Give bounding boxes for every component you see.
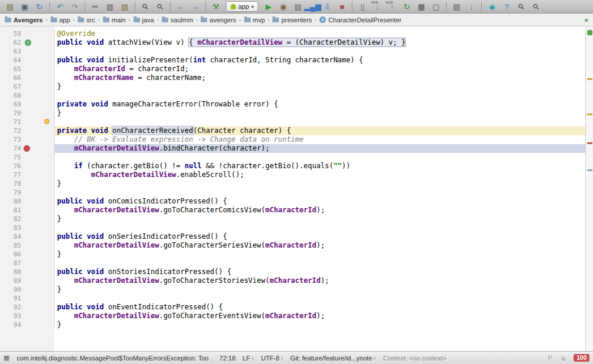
gutter[interactable]: 80 <box>0 197 55 206</box>
code-line[interactable]: 76 if (character.getBio() != null && !ch… <box>0 162 585 171</box>
breakpoint-icon[interactable] <box>24 145 30 152</box>
stripe-mark[interactable] <box>587 142 592 144</box>
code-line[interactable]: 78} <box>0 179 585 188</box>
gutter[interactable]: 78 <box>0 179 55 188</box>
gutter[interactable]: 93 <box>0 312 55 320</box>
code-line[interactable]: 91 <box>0 294 585 303</box>
code-line[interactable]: 63 <box>0 47 585 56</box>
gutter[interactable]: 75 <box>0 153 55 162</box>
open-icon[interactable]: ▤ <box>3 1 17 12</box>
highlighting-level-icon[interactable]: ☺ <box>560 355 567 362</box>
gutter[interactable]: 73 <box>0 135 55 144</box>
build-variants-icon[interactable]: ▤ <box>449 1 464 12</box>
code-line[interactable]: 59@Override <box>0 29 585 38</box>
download-icon[interactable]: ↓ <box>464 1 478 12</box>
breadcrumb-item[interactable]: main <box>103 16 126 24</box>
gutter[interactable]: 67 <box>0 82 55 91</box>
device-manager-icon[interactable]: ▯ <box>355 1 369 12</box>
toolwindow-switcher-icon[interactable]: ▦ <box>4 354 9 362</box>
gutter[interactable]: 81 <box>0 206 55 215</box>
inspections-indicator[interactable] <box>587 30 592 35</box>
code-line[interactable]: 73 // BK -> Evaluate expression -> Chang… <box>0 135 585 144</box>
attach-debugger-icon[interactable]: ⇩ <box>320 1 334 12</box>
code-line[interactable]: 66 mCharacterName = characterName; <box>0 74 585 82</box>
profiler-icon[interactable]: ▂▄▆ <box>305 1 319 12</box>
context-widget[interactable]: Context: <no context> <box>383 355 447 362</box>
code-line[interactable]: 77 mCharacterDetailView.enableScroll(); <box>0 171 585 179</box>
gutter[interactable]: 65 <box>0 65 55 74</box>
help-icon[interactable]: ? <box>499 1 514 12</box>
code-line[interactable]: 62↑public void attachView(View v) { mCha… <box>0 38 585 47</box>
run-icon[interactable]: ▶ <box>261 1 275 12</box>
project-structure-icon[interactable]: ▢ <box>429 1 443 12</box>
paste-icon[interactable]: ▨ <box>118 1 132 12</box>
debug-icon[interactable]: ◉ <box>276 1 290 12</box>
code-line[interactable]: 88public void onStoriesIndicatorPressed(… <box>0 268 585 276</box>
gutter[interactable]: 89 <box>0 276 55 285</box>
gutter[interactable]: 63 <box>0 47 55 56</box>
chevron-right-icon[interactable]: » <box>584 16 588 24</box>
code-line[interactable]: 64public void initializePresenter(int ch… <box>0 56 585 65</box>
gutter[interactable]: 82 <box>0 215 55 223</box>
status-message[interactable]: com.intellij.diagnostic.MessagePool$TooM… <box>16 355 212 362</box>
gutter[interactable]: 72 <box>0 126 55 135</box>
code-line[interactable]: 75 <box>0 153 585 162</box>
sync-icon[interactable]: ↻ <box>32 1 46 12</box>
breadcrumb-item[interactable]: CCharacterDetailPresenter <box>319 16 401 24</box>
gutter[interactable]: 68 <box>0 91 55 100</box>
gutter[interactable]: 86 <box>0 250 55 259</box>
breadcrumb-item[interactable]: avengers <box>201 16 236 24</box>
code-line[interactable]: 89 mCharacterDetailView.goToCharacterSto… <box>0 276 585 285</box>
stop-icon[interactable]: ■ <box>335 1 349 12</box>
save-icon[interactable]: ▣ <box>18 1 32 12</box>
gutter[interactable]: 90 <box>0 285 55 294</box>
gutter[interactable]: 87 <box>0 259 55 268</box>
gutter[interactable]: 69 <box>0 100 55 109</box>
gutter[interactable]: 88 <box>0 268 55 276</box>
gutter[interactable]: 92 <box>0 303 55 312</box>
code-line[interactable]: 69private void manageCharacterError(Thro… <box>0 100 585 109</box>
undo-icon[interactable]: ↶ <box>53 1 67 12</box>
gutter[interactable]: 71 <box>0 118 55 126</box>
stripe-mark[interactable] <box>587 169 592 171</box>
cut-icon[interactable]: ✂ <box>88 1 102 12</box>
code-line[interactable]: 85 mCharacterDetailView.goToCharacterSer… <box>0 241 585 250</box>
code-line[interactable]: 94} <box>0 320 585 329</box>
vcs-commit-icon[interactable]: VCS↑ <box>385 1 399 12</box>
gutter[interactable]: 83 <box>0 223 55 232</box>
breadcrumb-item[interactable]: presenters <box>272 16 312 24</box>
gutter[interactable]: 76 <box>0 162 55 171</box>
forward-icon[interactable]: → <box>188 1 202 12</box>
gutter[interactable]: 59 <box>0 29 55 38</box>
gutter[interactable]: 84 <box>0 232 55 241</box>
gutter[interactable]: 74 <box>0 144 55 153</box>
sdk-manager-icon[interactable]: ▦ <box>414 1 428 12</box>
line-ending-widget[interactable]: LF ↕ <box>242 355 254 362</box>
breadcrumb-item[interactable]: java <box>134 16 154 24</box>
code-line[interactable]: 90} <box>0 285 585 294</box>
code-line[interactable]: 92public void onEventIndicatorPressed() … <box>0 303 585 312</box>
code-line[interactable]: 72private void onCharacterReceived(Chara… <box>0 126 585 135</box>
coverage-icon[interactable]: ▧ <box>291 1 305 12</box>
gutter[interactable]: 66 <box>0 74 55 82</box>
flag-icon[interactable]: ⚐ <box>547 354 553 362</box>
code-line[interactable]: 68 <box>0 91 585 100</box>
error-stripe[interactable] <box>585 26 593 351</box>
stripe-mark[interactable] <box>587 113 592 115</box>
stripe-mark[interactable] <box>587 78 592 80</box>
error-count-badge[interactable]: 100 <box>574 354 589 362</box>
code-line[interactable]: 86} <box>0 250 585 259</box>
compile-icon[interactable]: ⚒ <box>209 1 223 12</box>
copy-icon[interactable]: ▥ <box>103 1 117 12</box>
breadcrumb-item[interactable]: src <box>78 16 95 24</box>
code-line[interactable]: 70} <box>0 109 585 118</box>
gutter[interactable]: 91 <box>0 294 55 303</box>
code-line[interactable]: 80public void onComicsIndicatorPressed()… <box>0 197 585 206</box>
back-icon[interactable]: ← <box>174 1 188 12</box>
code-line[interactable]: 81 mCharacterDetailView.goToCharacterCom… <box>0 206 585 215</box>
caret-position-widget[interactable]: 72:18 <box>219 355 236 362</box>
gutter[interactable]: 62↑ <box>0 38 55 47</box>
gutter[interactable]: 94 <box>0 320 55 329</box>
breadcrumb-item[interactable]: saulmm <box>162 16 194 24</box>
gradle-sync-icon[interactable]: ↻ <box>399 1 414 12</box>
